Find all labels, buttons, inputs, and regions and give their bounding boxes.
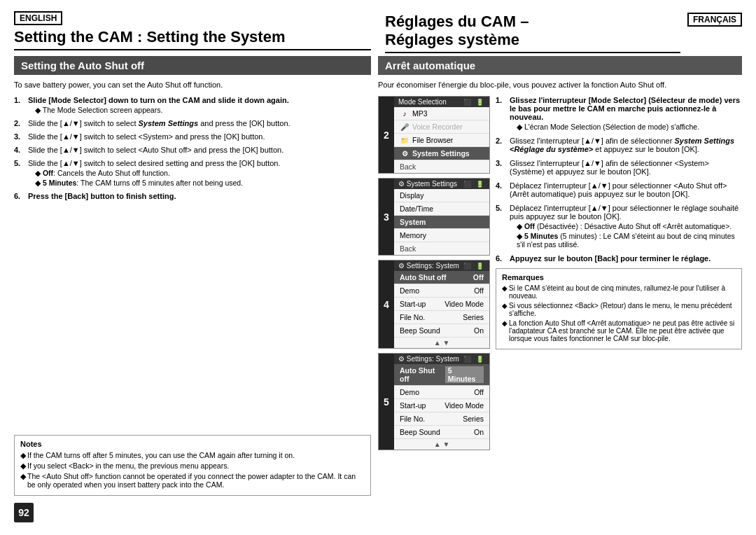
screen4-nav: ▲ ▼ [394, 338, 489, 348]
steps-list-fr: 1. Glissez l'interrupteur [Mode Selector… [496, 96, 742, 263]
screen5-autoshutoff: Auto Shut off5 Minutes [394, 364, 489, 386]
screen2-icons: ⬛ 🔋 [463, 99, 485, 106]
step-3-en: 3. Slide the [▲/▼] switch to select <Sys… [14, 132, 371, 141]
screen-step-5: 5 [379, 354, 394, 450]
screen2-item-voice: 🎤 Voice Recorder [394, 120, 489, 134]
intro-text-fr: Pour économiser l'énergie du bloc-pile, … [378, 81, 742, 89]
screen4-startup: Start-upVideo Mode [394, 298, 489, 311]
remarques-item-1: Si le CAM s'éteint au bout de cinq minut… [502, 284, 736, 300]
remarques-item-2: Si vous sélectionnez <Back> (Retour) dan… [502, 302, 736, 317]
screen4-autoshutoff: Auto Shut offOff [394, 271, 489, 284]
screen3-icons: ⬛ 🔋 [463, 181, 485, 188]
screen-4: 4 ⚙ Settings: System ⬛ 🔋 Auto Shut offOf… [378, 260, 490, 349]
remarques-box: Remarques Si le CAM s'éteint au bout de … [496, 268, 742, 349]
screen3-memory: Memory [394, 229, 489, 242]
notes-box: Notes If the CAM turns off after 5 minut… [14, 435, 371, 496]
screen3-system: System [394, 216, 489, 229]
step-1-fr: 1. Glissez l'interrupteur [Mode Selector… [496, 96, 742, 131]
screen4-demo: DemoOff [394, 284, 489, 298]
step-6-fr: 6. Appuyez sur le bouton [Back] pour ter… [496, 254, 742, 263]
step-2-fr: 2. Glissez l'interrupteur [▲/▼] afin de … [496, 137, 742, 153]
notes-item-1: If the CAM turns off after 5 minutes, yo… [20, 451, 365, 459]
screen-step-2: 2 [379, 97, 394, 173]
content-right: Pour économiser l'énergie du bloc-pile, … [378, 75, 749, 528]
screen5-fileno: File No.Series [394, 412, 489, 426]
notes-title: Notes [20, 440, 365, 448]
screen5-nav: ▲ ▼ [394, 439, 489, 450]
screen-step-3: 3 [379, 179, 394, 255]
screen5-icons: ⬛ 🔋 [463, 356, 485, 363]
page-title-right: Réglages du CAM – Réglages système [385, 13, 680, 53]
step-5-en: 5. Slide the [▲/▼] switch to select desi… [14, 159, 371, 187]
screen2-back: Back [394, 160, 489, 173]
screen5-demo: DemoOff [394, 386, 489, 399]
screen4-beep: Beep SoundOn [394, 324, 489, 338]
screen4-fileno: File No.Series [394, 311, 489, 324]
screen-step-4: 4 [379, 260, 394, 348]
screen-5: 5 ⚙ Settings: System ⬛ 🔋 Auto Shut off5 … [378, 353, 490, 450]
screen3-back: Back [394, 242, 489, 255]
screen-3: 3 ⚙ System Settings ⬛ 🔋 Display Date/Tim… [378, 178, 490, 256]
notes-item-2: If you select <Back> in the menu, the pr… [20, 461, 365, 470]
header-right: Réglages du CAM – Réglages système FRANÇ… [378, 7, 749, 56]
steps-list-en: 1. Slide [Mode Selector] down to turn on… [14, 96, 371, 205]
steps-fr: 1. Glissez l'interrupteur [Mode Selector… [496, 96, 742, 452]
screen-2: 2 Mode Selection ⬛ 🔋 ♪ MP3 🎤 Voice Recor… [378, 96, 490, 174]
screens-and-steps: 2 Mode Selection ⬛ 🔋 ♪ MP3 🎤 Voice Recor… [378, 96, 742, 452]
screen2-title: Mode Selection [398, 98, 447, 106]
screen2-item-browser: 📁 File Browser [394, 134, 489, 147]
header-left: ENGLISH Setting the CAM : Setting the Sy… [7, 7, 378, 56]
step-3-fr: 3. Glissez l'interrupteur [▲/▼] afin de … [496, 159, 742, 176]
screen3-display: Display [394, 189, 489, 202]
remarques-item-3: La fonction Auto Shut off <Arrêt automat… [502, 319, 736, 342]
step-5-fr: 5. Déplacez l'interrupteur [▲/▼] pour sé… [496, 204, 742, 249]
remarques-title: Remarques [502, 273, 736, 282]
screen3-datetime: Date/Time [394, 202, 489, 216]
intro-text-en: To save battery power, you can set the A… [14, 81, 371, 89]
step-6-en: 6. Press the [Back] button to finish set… [14, 192, 371, 200]
screen5-beep: Beep SoundOn [394, 426, 489, 439]
section-header-en: Setting the Auto Shut off [14, 56, 371, 75]
step-4-en: 4. Slide the [▲/▼] switch to select <Aut… [14, 146, 371, 154]
step-4-fr: 4. Déplacez l'interrupteur [▲/▼] pour sé… [496, 181, 742, 198]
content-left: To save battery power, you can set the A… [7, 75, 378, 528]
screen2-item-system: ⚙ System Settings [394, 147, 489, 160]
screen4-icons: ⬛ 🔋 [463, 263, 485, 270]
section-header-fr: Arrêt automatique [378, 56, 742, 75]
step-1-en: 1. Slide [Mode Selector] down to turn on… [14, 96, 371, 114]
lang-badge-fr: FRANÇAIS [687, 13, 742, 27]
page-number: 92 [14, 503, 34, 522]
screen5-title: ⚙ Settings: System [398, 355, 459, 363]
screen4-title: ⚙ Settings: System [398, 262, 459, 270]
screen3-title: ⚙ System Settings [398, 180, 457, 188]
screens-column: 2 Mode Selection ⬛ 🔋 ♪ MP3 🎤 Voice Recor… [378, 96, 490, 452]
page-title-left: Setting the CAM : Setting the System [14, 28, 371, 50]
screen5-startup: Start-upVideo Mode [394, 399, 489, 412]
notes-item-3: The <Auto Shut off> function cannot be o… [20, 472, 365, 489]
lang-badge-en: ENGLISH [14, 11, 62, 25]
screen2-item-mp3: ♪ MP3 [394, 107, 489, 120]
step-2-en: 2. Slide the [▲/▼] switch to select Syst… [14, 119, 371, 127]
